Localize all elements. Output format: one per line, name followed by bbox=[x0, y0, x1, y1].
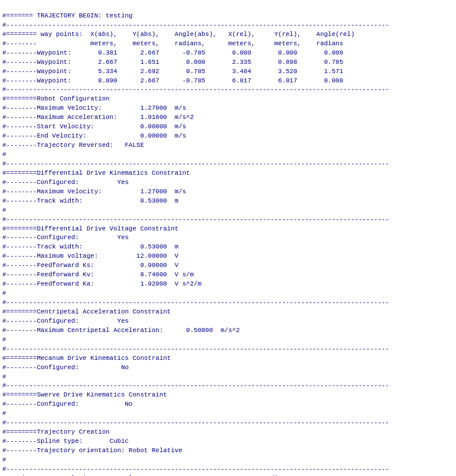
output-line: #--------Configured: Yes bbox=[2, 233, 454, 243]
output-line: #--------Configured: No bbox=[2, 400, 454, 409]
output-line: # bbox=[2, 373, 454, 382]
output-line: # bbox=[2, 409, 454, 419]
output-line: #--------Maximum Velocity: 1.27000 m/s bbox=[2, 187, 454, 197]
output-line: # bbox=[2, 150, 454, 160]
output-line: # bbox=[2, 456, 454, 465]
output-line: #--------Maximum Velocity: 1.27000 m/s bbox=[2, 104, 454, 113]
output-line: #---------------------------------------… bbox=[2, 85, 454, 95]
output-line: # bbox=[2, 336, 454, 345]
output-line: #--------Spline type: Cubic bbox=[2, 437, 454, 446]
output-line: #---------------------------------------… bbox=[2, 298, 454, 308]
output-line: #---------------------------------------… bbox=[2, 21, 454, 30]
output-line: # bbox=[2, 206, 454, 215]
output-line: #========Robot Configuration bbox=[2, 95, 454, 104]
output-line: #--------Waypoint: 5.334 2.692 0.785 3.4… bbox=[2, 67, 454, 77]
output-line: #---------------------------------------… bbox=[2, 419, 454, 428]
output-line: #========Mecanum Drive Kinematics Constr… bbox=[2, 354, 454, 363]
output-line: #======== way points: X(abs), Y(abs), An… bbox=[2, 30, 454, 39]
output-line: #--------Configured: Yes bbox=[2, 178, 454, 187]
output-line: #--------Waypoint: 0.381 2.667 -0.785 0.… bbox=[2, 49, 454, 58]
output-line: #---------------------------------------… bbox=[2, 345, 454, 354]
output-line: #--------Waypoint: 8.890 2.667 -0.785 6.… bbox=[2, 77, 454, 86]
output-line: #========Swerve Drive Kinematics Constra… bbox=[2, 391, 454, 400]
output-line: #--------Maximum Acceleration: 1.01600 m… bbox=[2, 113, 454, 122]
output-line: #---------------------------------------… bbox=[2, 465, 454, 474]
output-line: #--------Track width: 0.53000 m bbox=[2, 197, 454, 206]
output-line: #--------Start Velocity: 0.00000 m/s bbox=[2, 122, 454, 132]
trajectory-output: #======= TRAJECTORY BEGIN: testing#-----… bbox=[2, 2, 454, 476]
output-line: #--------Maximum Centripetal Acceleratio… bbox=[2, 326, 454, 336]
output-line: #--------Configured: Yes bbox=[2, 317, 454, 326]
output-line: #---------------------------------------… bbox=[2, 160, 454, 169]
output-line: #--------Waypoint: 2.667 1.651 0.000 2.3… bbox=[2, 58, 454, 67]
output-line: #--------Maximum voltage: 12.00000 V bbox=[2, 252, 454, 261]
output-line: #========Centripetal Acceleration Constr… bbox=[2, 308, 454, 317]
output-line: #--------Track width: 0.53000 m bbox=[2, 243, 454, 252]
output-line: # bbox=[2, 289, 454, 298]
output-line: #========Differential Drive Voltage Cons… bbox=[2, 225, 454, 234]
output-line: #-------- meters, meters, radians, meter… bbox=[2, 39, 454, 49]
output-line: #========Differential Drive Kinematics C… bbox=[2, 169, 454, 178]
output-line: #---------------------------------------… bbox=[2, 215, 454, 225]
output-line: #--------End Velocity: 0.00000 m/s bbox=[2, 132, 454, 141]
output-line: #--------Trajectory Reversed: FALSE bbox=[2, 141, 454, 150]
output-line: #========Trajectory Creation bbox=[2, 428, 454, 437]
output-line: #--------Configured: No bbox=[2, 363, 454, 373]
output-line: #--------Feedforward Ks: 0.90000 V bbox=[2, 261, 454, 271]
output-line: #--------Feedforward Kv: 8.74000 V s/m bbox=[2, 271, 454, 280]
output-line: #--------Feedforward Ka: 1.92000 V s^2/m bbox=[2, 280, 454, 289]
output-line: #======= TRAJECTORY BEGIN: testing bbox=[2, 12, 454, 21]
output-line: #---------------------------------------… bbox=[2, 381, 454, 391]
output-line: #--------Trajectory orientation: Robot R… bbox=[2, 446, 454, 456]
